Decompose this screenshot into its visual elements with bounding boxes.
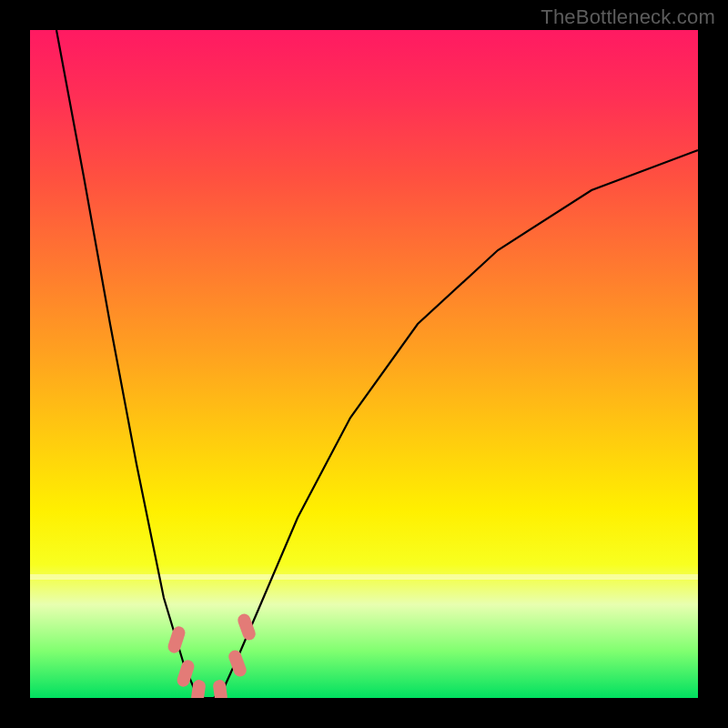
chart-frame: TheBottleneck.com: [0, 0, 728, 728]
highlight-band: [30, 574, 698, 580]
watermark-text: TheBottleneck.com: [541, 5, 715, 29]
plot-background: [30, 30, 698, 698]
